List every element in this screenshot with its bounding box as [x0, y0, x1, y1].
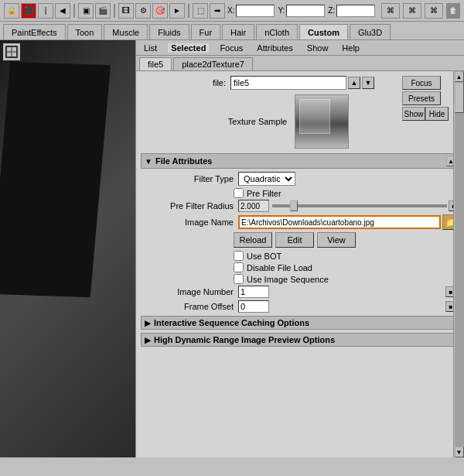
menu-selected[interactable]: Selected — [168, 43, 209, 53]
file-attributes-title: File Attributes — [155, 156, 213, 166]
image-number-row: Image Number ■ — [141, 286, 459, 298]
menu-focus[interactable]: Focus — [217, 43, 246, 53]
tab-painteffects[interactable]: PaintEffects — [3, 24, 66, 39]
filter-type-select[interactable]: Quadratic Box Mipmap Gaussian — [238, 172, 295, 186]
scrollbar[interactable]: ▲ ▼ — [453, 71, 464, 457]
panel-tabs: file5 place2dTexture7 — [136, 56, 464, 71]
scroll-up-arrow[interactable]: ▲ — [455, 71, 464, 82]
viewport-icon — [3, 43, 20, 60]
toolbar-icon-right-2[interactable]: ⌘ — [403, 3, 421, 19]
toolbar-icon-9[interactable]: 🎯 — [152, 3, 168, 19]
image-number-input[interactable] — [238, 286, 269, 298]
tab-muscle[interactable]: Muscle — [104, 24, 148, 39]
pre-filter-radius-row: Pre Filter Radius ■ — [141, 200, 459, 212]
filter-type-label: Filter Type — [148, 174, 234, 183]
toolbar-icon-11[interactable]: ⬚ — [193, 3, 208, 19]
tab-toon[interactable]: Toon — [67, 24, 103, 39]
arrow-down-btn[interactable]: ▼ — [362, 77, 374, 89]
tab-fluids[interactable]: Fluids — [149, 24, 189, 39]
pre-filter-checkbox[interactable] — [234, 188, 244, 198]
use-bot-checkbox[interactable] — [234, 251, 244, 261]
hdr-preview-header[interactable]: ▶ High Dynamic Range Image Preview Optio… — [141, 333, 459, 347]
use-image-sequence-checkbox[interactable] — [234, 274, 244, 284]
action-buttons: Focus Presets Show Hide — [402, 76, 449, 121]
toolbar-icon-12[interactable]: ➡ — [210, 3, 225, 19]
tab-place2dtexture7[interactable]: place2dTexture7 — [173, 57, 253, 70]
interactive-sequence-header[interactable]: ▶ Interactive Sequence Caching Options — [141, 316, 459, 330]
tab-custom[interactable]: Custom — [299, 24, 348, 39]
menu-show[interactable]: Show — [304, 43, 332, 53]
toolbar-icon-7[interactable]: 🎞 — [118, 3, 134, 19]
use-image-sequence-label: Use Image Sequence — [247, 275, 329, 284]
hdr-preview-title: High Dynamic Range Image Preview Options — [154, 335, 335, 344]
x-input[interactable] — [236, 5, 275, 17]
toolbar-icon-5[interactable]: ▣ — [78, 3, 94, 19]
disable-file-load-label: Disable File Load — [247, 263, 312, 272]
texture-thumbnail — [295, 94, 349, 149]
scroll-down-arrow[interactable]: ▼ — [455, 447, 464, 457]
tab-file5[interactable]: file5 — [139, 57, 172, 70]
toolbar-icon-10[interactable]: ► — [169, 3, 185, 19]
toolbar-icon-6[interactable]: 🎬 — [95, 3, 111, 19]
scroll-thumb[interactable] — [455, 82, 464, 113]
hide-button[interactable]: Hide — [425, 107, 449, 121]
edit-button[interactable]: Edit — [275, 232, 314, 248]
disable-file-load-checkbox[interactable] — [234, 262, 244, 272]
view-button[interactable]: View — [317, 232, 356, 248]
filter-type-control: Quadratic Box Mipmap Gaussian — [238, 172, 459, 186]
toolbar-icon-8[interactable]: ⚙ — [135, 3, 151, 19]
focus-button[interactable]: Focus — [402, 76, 441, 90]
image-name-input[interactable] — [238, 215, 441, 229]
filter-type-row: Filter Type Quadratic Box Mipmap Gaussia… — [141, 172, 459, 186]
tab-fur[interactable]: Fur — [191, 24, 221, 39]
trash-icon[interactable]: 🗑 — [446, 3, 460, 19]
show-hide-row: Show Hide — [402, 107, 449, 121]
rev-buttons: Reload Edit View — [141, 232, 459, 248]
panel-content: Focus Presets Show Hide file: ▲ ▼ Textur… — [136, 71, 464, 457]
toolbar-icon-right-3[interactable]: ⌘ — [425, 3, 443, 19]
pre-filter-radius-input[interactable] — [238, 200, 269, 212]
presets-button[interactable]: Presets — [402, 91, 441, 105]
z-label: Z: — [328, 6, 335, 15]
toolbar-icon-right-1[interactable]: ⌘ — [381, 3, 400, 19]
reload-button[interactable]: Reload — [234, 232, 272, 248]
toolbar-icon-2[interactable]: ⬛ — [21, 3, 36, 19]
toolbar-icon-4[interactable]: ◀ — [55, 3, 70, 19]
pre-filter-radius-slider[interactable] — [272, 204, 447, 207]
tab-ncloth[interactable]: nCloth — [256, 24, 298, 39]
show-button[interactable]: Show — [402, 107, 425, 121]
z-input[interactable] — [336, 5, 375, 17]
pre-filter-label: Pre Filter — [247, 189, 281, 198]
image-name-label: Image Name — [148, 217, 234, 227]
x-field: X: — [227, 5, 275, 17]
y-label: Y: — [278, 6, 285, 15]
right-panel: List Selected Focus Attributes Show Help… — [135, 40, 464, 457]
slider-handle[interactable] — [290, 200, 298, 211]
toolbar-icon-1[interactable]: 🔒 — [4, 3, 19, 19]
file-attributes-header[interactable]: ▼ File Attributes ▲ — [141, 153, 459, 169]
menu-tabs-row: PaintEffects Toon Muscle Fluids Fur Hair… — [0, 22, 464, 40]
y-input[interactable] — [286, 5, 325, 17]
panel-menubar: List Selected Focus Attributes Show Help — [136, 40, 464, 56]
hdr-toggle-icon: ▶ — [145, 336, 151, 344]
interactive-toggle-icon: ▶ — [145, 319, 151, 327]
toolbar-sep-1 — [73, 4, 75, 18]
menu-attributes[interactable]: Attributes — [254, 43, 295, 53]
tab-glu3d[interactable]: Glu3D — [350, 24, 391, 39]
file-label: file: — [213, 78, 226, 87]
menu-help[interactable]: Help — [339, 43, 363, 53]
tab-hair[interactable]: Hair — [222, 24, 254, 39]
frame-offset-row: Frame Offset ■ — [141, 300, 459, 313]
use-bot-label: Use BOT — [247, 252, 281, 261]
texture-label: Texture Sample — [228, 117, 287, 126]
use-image-sequence-row: Use Image Sequence — [141, 274, 459, 284]
arrow-up-btn[interactable]: ▲ — [348, 77, 360, 89]
viewport-background — [0, 40, 135, 457]
scroll-track[interactable] — [455, 82, 464, 447]
viewport — [0, 40, 135, 457]
z-field: Z: — [328, 5, 375, 17]
frame-offset-input[interactable] — [238, 300, 269, 313]
file-input[interactable] — [230, 76, 346, 90]
toolbar-icon-3[interactable]: | — [38, 3, 53, 19]
menu-list[interactable]: List — [141, 43, 160, 53]
